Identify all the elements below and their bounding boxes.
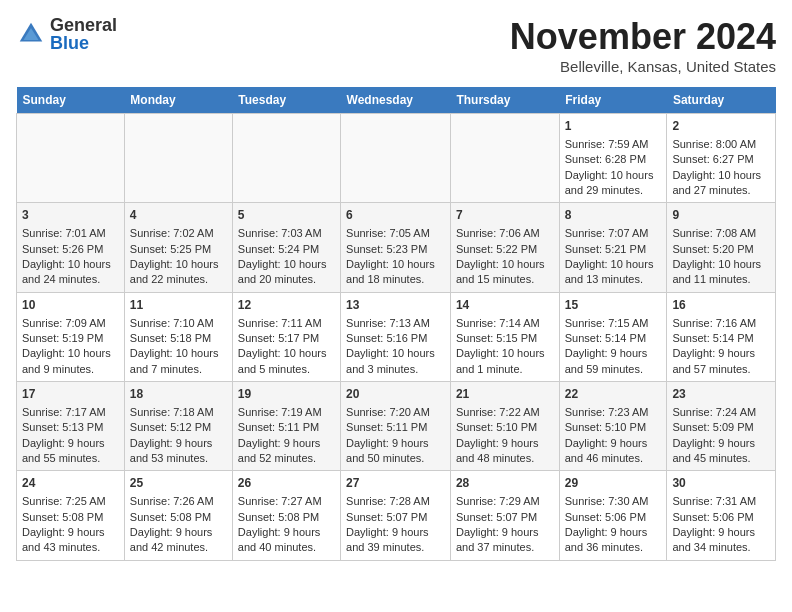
- calendar-week-row: 3Sunrise: 7:01 AMSunset: 5:26 PMDaylight…: [17, 203, 776, 292]
- day-number: 8: [565, 207, 662, 224]
- calendar-cell: 4Sunrise: 7:02 AMSunset: 5:25 PMDaylight…: [124, 203, 232, 292]
- weekday-header-thursday: Thursday: [450, 87, 559, 114]
- calendar-header-row: SundayMondayTuesdayWednesdayThursdayFrid…: [17, 87, 776, 114]
- day-info: Sunrise: 7:10 AM: [130, 316, 227, 331]
- day-info: Sunrise: 7:30 AM: [565, 494, 662, 509]
- day-info: Daylight: 10 hours and 11 minutes.: [672, 257, 770, 288]
- day-info: Sunrise: 7:05 AM: [346, 226, 445, 241]
- weekday-header-saturday: Saturday: [667, 87, 776, 114]
- day-info: Sunrise: 7:06 AM: [456, 226, 554, 241]
- calendar-cell: 1Sunrise: 7:59 AMSunset: 6:28 PMDaylight…: [559, 114, 667, 203]
- day-info: Daylight: 10 hours and 24 minutes.: [22, 257, 119, 288]
- day-info: Sunrise: 7:18 AM: [130, 405, 227, 420]
- day-info: Sunset: 5:07 PM: [346, 510, 445, 525]
- calendar-cell: [232, 114, 340, 203]
- day-info: Sunset: 5:17 PM: [238, 331, 335, 346]
- day-info: Daylight: 10 hours and 15 minutes.: [456, 257, 554, 288]
- day-info: Daylight: 9 hours and 37 minutes.: [456, 525, 554, 556]
- calendar-cell: 9Sunrise: 7:08 AMSunset: 5:20 PMDaylight…: [667, 203, 776, 292]
- calendar-cell: 2Sunrise: 8:00 AMSunset: 6:27 PMDaylight…: [667, 114, 776, 203]
- day-info: Sunrise: 7:01 AM: [22, 226, 119, 241]
- day-number: 26: [238, 475, 335, 492]
- calendar-cell: 30Sunrise: 7:31 AMSunset: 5:06 PMDayligh…: [667, 471, 776, 560]
- day-info: Daylight: 9 hours and 34 minutes.: [672, 525, 770, 556]
- day-info: Sunrise: 7:24 AM: [672, 405, 770, 420]
- day-number: 6: [346, 207, 445, 224]
- calendar-cell: [341, 114, 451, 203]
- calendar-cell: 21Sunrise: 7:22 AMSunset: 5:10 PMDayligh…: [450, 382, 559, 471]
- day-info: Sunset: 5:18 PM: [130, 331, 227, 346]
- day-info: Daylight: 10 hours and 3 minutes.: [346, 346, 445, 377]
- day-info: Sunset: 5:19 PM: [22, 331, 119, 346]
- day-number: 20: [346, 386, 445, 403]
- logo-blue-text: Blue: [50, 34, 117, 52]
- weekday-header-friday: Friday: [559, 87, 667, 114]
- day-number: 12: [238, 297, 335, 314]
- day-info: Sunset: 5:13 PM: [22, 420, 119, 435]
- day-number: 29: [565, 475, 662, 492]
- day-info: Sunrise: 7:26 AM: [130, 494, 227, 509]
- day-info: Sunrise: 7:14 AM: [456, 316, 554, 331]
- page-header: General Blue November 2024 Belleville, K…: [16, 16, 776, 75]
- calendar-week-row: 1Sunrise: 7:59 AMSunset: 6:28 PMDaylight…: [17, 114, 776, 203]
- calendar-cell: 17Sunrise: 7:17 AMSunset: 5:13 PMDayligh…: [17, 382, 125, 471]
- logo-general-text: General: [50, 16, 117, 34]
- day-info: Daylight: 9 hours and 42 minutes.: [130, 525, 227, 556]
- day-info: Sunset: 5:06 PM: [565, 510, 662, 525]
- day-info: Sunrise: 7:27 AM: [238, 494, 335, 509]
- day-info: Daylight: 9 hours and 53 minutes.: [130, 436, 227, 467]
- day-number: 7: [456, 207, 554, 224]
- day-info: Sunrise: 7:23 AM: [565, 405, 662, 420]
- day-info: Sunset: 6:28 PM: [565, 152, 662, 167]
- day-info: Sunrise: 7:17 AM: [22, 405, 119, 420]
- calendar-cell: 12Sunrise: 7:11 AMSunset: 5:17 PMDayligh…: [232, 292, 340, 381]
- day-info: Sunset: 5:12 PM: [130, 420, 227, 435]
- day-info: Daylight: 10 hours and 13 minutes.: [565, 257, 662, 288]
- calendar-cell: 23Sunrise: 7:24 AMSunset: 5:09 PMDayligh…: [667, 382, 776, 471]
- day-info: Sunset: 5:21 PM: [565, 242, 662, 257]
- day-number: 3: [22, 207, 119, 224]
- calendar-cell: [124, 114, 232, 203]
- day-number: 14: [456, 297, 554, 314]
- day-number: 17: [22, 386, 119, 403]
- weekday-header-sunday: Sunday: [17, 87, 125, 114]
- day-number: 27: [346, 475, 445, 492]
- day-info: Sunset: 5:25 PM: [130, 242, 227, 257]
- location: Belleville, Kansas, United States: [510, 58, 776, 75]
- day-number: 25: [130, 475, 227, 492]
- calendar-cell: 6Sunrise: 7:05 AMSunset: 5:23 PMDaylight…: [341, 203, 451, 292]
- day-info: Sunset: 5:10 PM: [456, 420, 554, 435]
- day-number: 1: [565, 118, 662, 135]
- day-info: Sunrise: 7:03 AM: [238, 226, 335, 241]
- calendar-cell: 14Sunrise: 7:14 AMSunset: 5:15 PMDayligh…: [450, 292, 559, 381]
- day-info: Sunrise: 8:00 AM: [672, 137, 770, 152]
- day-info: Sunset: 5:14 PM: [672, 331, 770, 346]
- day-info: Daylight: 9 hours and 50 minutes.: [346, 436, 445, 467]
- day-info: Daylight: 10 hours and 22 minutes.: [130, 257, 227, 288]
- day-info: Sunrise: 7:22 AM: [456, 405, 554, 420]
- day-info: Sunrise: 7:28 AM: [346, 494, 445, 509]
- calendar-cell: 5Sunrise: 7:03 AMSunset: 5:24 PMDaylight…: [232, 203, 340, 292]
- day-info: Sunrise: 7:19 AM: [238, 405, 335, 420]
- day-info: Daylight: 10 hours and 7 minutes.: [130, 346, 227, 377]
- day-info: Sunrise: 7:20 AM: [346, 405, 445, 420]
- day-info: Sunset: 5:26 PM: [22, 242, 119, 257]
- calendar-cell: 19Sunrise: 7:19 AMSunset: 5:11 PMDayligh…: [232, 382, 340, 471]
- calendar-cell: [450, 114, 559, 203]
- day-info: Sunrise: 7:02 AM: [130, 226, 227, 241]
- calendar-table: SundayMondayTuesdayWednesdayThursdayFrid…: [16, 87, 776, 561]
- calendar-cell: 16Sunrise: 7:16 AMSunset: 5:14 PMDayligh…: [667, 292, 776, 381]
- day-number: 30: [672, 475, 770, 492]
- weekday-header-wednesday: Wednesday: [341, 87, 451, 114]
- day-info: Daylight: 10 hours and 5 minutes.: [238, 346, 335, 377]
- logo: General Blue: [16, 16, 117, 52]
- day-number: 22: [565, 386, 662, 403]
- day-info: Sunset: 5:06 PM: [672, 510, 770, 525]
- day-info: Sunrise: 7:59 AM: [565, 137, 662, 152]
- day-number: 11: [130, 297, 227, 314]
- day-info: Sunset: 5:15 PM: [456, 331, 554, 346]
- calendar-cell: 11Sunrise: 7:10 AMSunset: 5:18 PMDayligh…: [124, 292, 232, 381]
- day-info: Sunset: 6:27 PM: [672, 152, 770, 167]
- day-info: Sunrise: 7:09 AM: [22, 316, 119, 331]
- day-info: Sunset: 5:24 PM: [238, 242, 335, 257]
